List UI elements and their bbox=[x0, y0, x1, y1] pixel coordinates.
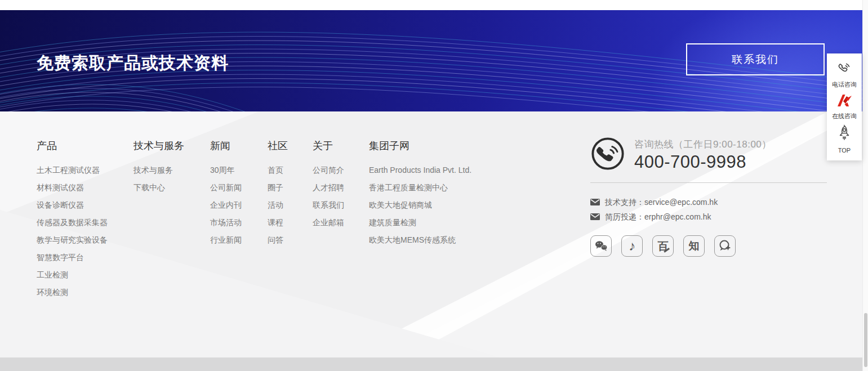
footer-link-list: 首页圈子活动课程问答 bbox=[268, 162, 313, 249]
footer-link-list: 技术与服务下载中心 bbox=[133, 162, 210, 196]
footer-column-title: 产品 bbox=[37, 140, 133, 152]
footer-link[interactable]: 香港工程质量检测中心 bbox=[369, 179, 510, 196]
footer-link[interactable]: 联系我们 bbox=[313, 196, 369, 214]
hotline-number: 400-700-9998 bbox=[634, 152, 772, 172]
contact-us-button[interactable]: 联系我们 bbox=[686, 43, 825, 75]
envelope-icon bbox=[590, 198, 600, 207]
footer-link[interactable]: 下载中心 bbox=[133, 179, 210, 196]
footer-link-list: Earth Products India Pvt. Ltd.香港工程质量检测中心… bbox=[369, 162, 510, 249]
bottom-bar bbox=[0, 357, 862, 371]
floating-side-panel: 电话咨询在线咨询TOP bbox=[827, 53, 862, 160]
footer-column: 技术与服务技术与服务下载中心 bbox=[133, 140, 210, 301]
email-row[interactable]: 技术支持：service@epc.com.hk bbox=[590, 198, 827, 208]
footer-link[interactable]: 教学与研究实验设备 bbox=[37, 231, 133, 249]
footer-column-title: 技术与服务 bbox=[133, 140, 210, 152]
footer-link[interactable]: 建筑质量检测 bbox=[369, 214, 510, 231]
wechat-icon[interactable] bbox=[590, 235, 612, 257]
footer-link-list: 土木工程测试仪器材料测试仪器设备诊断仪器传感器及数据采集器教学与研究实验设备智慧… bbox=[37, 162, 133, 301]
footer-nav-columns: 产品土木工程测试仪器材料测试仪器设备诊断仪器传感器及数据采集器教学与研究实验设备… bbox=[37, 140, 510, 301]
hotline-texts: 咨询热线（工作日9:00-18:00） 400-700-9998 bbox=[634, 138, 772, 172]
douyin-icon[interactable]: ♪ bbox=[621, 235, 643, 257]
footer-link[interactable]: 欧美大地MEMS传感系统 bbox=[369, 231, 510, 249]
footer-link[interactable]: 公司简介 bbox=[313, 162, 369, 179]
footer-column: 关于公司简介人才招聘联系我们企业邮箱 bbox=[313, 140, 369, 301]
hotline-label: 咨询热线（工作日9:00-18:00） bbox=[634, 138, 772, 151]
footer-link[interactable]: 技术与服务 bbox=[133, 162, 210, 179]
float-item-label: 电话咨询 bbox=[832, 81, 857, 89]
footer-link[interactable]: 环境检测 bbox=[37, 284, 133, 301]
footer-link[interactable]: 人才招聘 bbox=[313, 179, 369, 196]
footer-link[interactable]: 设备诊断仪器 bbox=[37, 196, 133, 214]
scrollbar[interactable] bbox=[862, 0, 868, 371]
email-text: 简历投递：erphr@epc.com.hk bbox=[605, 212, 711, 222]
footer-link-list: 30周年公司新闻企业内刊市场活动行业新闻 bbox=[210, 162, 268, 249]
footer-link[interactable]: 材料测试仪器 bbox=[37, 179, 133, 196]
baijiahao-icon[interactable]: 百 bbox=[652, 235, 674, 257]
footer-link[interactable]: 智慧数字平台 bbox=[37, 249, 133, 266]
zhihu-icon[interactable]: 知 bbox=[683, 235, 705, 257]
envelope-icon bbox=[590, 213, 600, 222]
email-text: 技术支持：service@epc.com.hk bbox=[605, 198, 718, 208]
banner-title: 免费索取产品或技术资料 bbox=[37, 52, 229, 75]
footer-column-title: 集团子网 bbox=[369, 140, 510, 152]
footer-column-title: 新闻 bbox=[210, 140, 268, 152]
footer-link[interactable]: 企业内刊 bbox=[210, 196, 268, 214]
footer-link[interactable]: 土木工程测试仪器 bbox=[37, 162, 133, 179]
hotline: 咨询热线（工作日9:00-18:00） 400-700-9998 bbox=[590, 136, 827, 173]
scrollbar-thumb[interactable] bbox=[864, 313, 867, 367]
cta-banner: 免费索取产品或技术资料 联系我们 bbox=[0, 10, 862, 111]
footer: 产品土木工程测试仪器材料测试仪器设备诊断仪器传感器及数据采集器教学与研究实验设备… bbox=[0, 111, 862, 357]
email-row[interactable]: 简历投递：erphr@epc.com.hk bbox=[590, 212, 827, 222]
footer-link[interactable]: 首页 bbox=[268, 162, 313, 179]
page: 免费索取产品或技术资料 联系我们 产品土木工程测试仪器材料测试仪器设备诊断仪器传… bbox=[0, 0, 868, 371]
footer-column: 社区首页圈子活动课程问答 bbox=[268, 140, 313, 301]
footer-link[interactable]: 传感器及数据采集器 bbox=[37, 214, 133, 231]
footer-link[interactable]: Earth Products India Pvt. Ltd. bbox=[369, 162, 510, 179]
float-item-label: 在线咨询 bbox=[832, 112, 857, 120]
footer-link[interactable]: 企业邮箱 bbox=[313, 214, 369, 231]
footer-link[interactable]: 问答 bbox=[268, 231, 313, 249]
phone-icon bbox=[836, 59, 853, 78]
footer-column: 集团子网Earth Products India Pvt. Ltd.香港工程质量… bbox=[369, 140, 510, 301]
footer-link[interactable]: 课程 bbox=[268, 214, 313, 231]
footer-column: 新闻30周年公司新闻企业内刊市场活动行业新闻 bbox=[210, 140, 268, 301]
divider bbox=[590, 182, 827, 183]
footer-link-list: 公司简介人才招聘联系我们企业邮箱 bbox=[313, 162, 369, 231]
brand-logo-icon bbox=[836, 93, 853, 110]
footer-link[interactable]: 行业新闻 bbox=[210, 231, 268, 249]
footer-link[interactable]: 30周年 bbox=[210, 162, 268, 179]
rocket-icon bbox=[836, 124, 852, 145]
footer-link[interactable]: 圈子 bbox=[268, 179, 313, 196]
phone-circle-icon bbox=[590, 136, 625, 173]
footer-link[interactable]: 市场活动 bbox=[210, 214, 268, 231]
footer-column: 产品土木工程测试仪器材料测试仪器设备诊断仪器传感器及数据采集器教学与研究实验设备… bbox=[37, 140, 133, 301]
footer-link[interactable]: 公司新闻 bbox=[210, 179, 268, 196]
email-list: 技术支持：service@epc.com.hk简历投递：erphr@epc.co… bbox=[590, 198, 827, 222]
footer-link[interactable]: 活动 bbox=[268, 196, 313, 214]
footer-link[interactable]: 工业检测 bbox=[37, 266, 133, 284]
float-item-电话咨询[interactable]: 电话咨询 bbox=[832, 59, 857, 89]
wechat-channels-icon[interactable] bbox=[714, 235, 736, 257]
footer-column-title: 社区 bbox=[268, 140, 313, 152]
float-item-label: TOP bbox=[838, 147, 851, 154]
social-links: ♪百知 bbox=[590, 235, 827, 257]
footer-link[interactable]: 欧美大地促销商城 bbox=[369, 196, 510, 214]
float-item-TOP[interactable]: TOP bbox=[836, 124, 852, 154]
footer-column-title: 关于 bbox=[313, 140, 369, 152]
footer-contact-block: 咨询热线（工作日9:00-18:00） 400-700-9998 技术支持：se… bbox=[590, 136, 827, 257]
float-item-在线咨询[interactable]: 在线咨询 bbox=[832, 93, 857, 120]
